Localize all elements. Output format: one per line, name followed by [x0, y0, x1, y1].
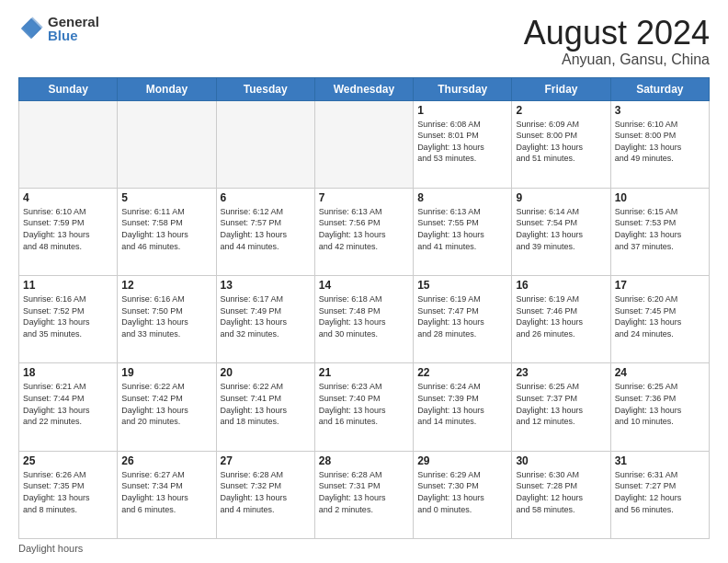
calendar-header-wednesday: Wednesday: [314, 77, 413, 100]
calendar-cell-w4d5: 22Sunrise: 6:24 AM Sunset: 7:39 PM Dayli…: [414, 363, 512, 451]
day-info: Sunrise: 6:28 AM Sunset: 7:32 PM Dayligh…: [221, 469, 311, 515]
day-info: Sunrise: 6:10 AM Sunset: 7:59 PM Dayligh…: [23, 206, 113, 252]
calendar-week-1: 1Sunrise: 6:08 AM Sunset: 8:01 PM Daylig…: [19, 100, 710, 188]
day-number: 9: [516, 191, 606, 204]
day-number: 29: [417, 454, 507, 467]
calendar-cell-w2d6: 9Sunrise: 6:14 AM Sunset: 7:54 PM Daylig…: [512, 188, 610, 275]
calendar-cell-w2d5: 8Sunrise: 6:13 AM Sunset: 7:55 PM Daylig…: [414, 188, 512, 275]
day-info: Sunrise: 6:25 AM Sunset: 7:37 PM Dayligh…: [516, 381, 606, 427]
calendar-header-friday: Friday: [512, 77, 610, 100]
calendar-cell-w3d3: 13Sunrise: 6:17 AM Sunset: 7:49 PM Dayli…: [216, 276, 314, 363]
day-info: Sunrise: 6:22 AM Sunset: 7:42 PM Dayligh…: [121, 381, 211, 427]
day-number: 1: [417, 104, 507, 117]
day-number: 12: [121, 279, 211, 292]
day-info: Sunrise: 6:29 AM Sunset: 7:30 PM Dayligh…: [417, 469, 507, 515]
day-number: 6: [221, 191, 311, 204]
day-info: Sunrise: 6:20 AM Sunset: 7:45 PM Dayligh…: [615, 293, 705, 339]
calendar-cell-w4d1: 18Sunrise: 6:21 AM Sunset: 7:44 PM Dayli…: [19, 363, 118, 451]
day-number: 5: [121, 191, 211, 204]
calendar-cell-w1d4: [314, 100, 413, 188]
day-number: 22: [417, 366, 507, 379]
calendar-cell-w5d7: 31Sunrise: 6:31 AM Sunset: 7:27 PM Dayli…: [610, 451, 709, 538]
day-info: Sunrise: 6:16 AM Sunset: 7:52 PM Dayligh…: [23, 293, 113, 339]
calendar-cell-w1d7: 3Sunrise: 6:10 AM Sunset: 8:00 PM Daylig…: [610, 100, 709, 188]
calendar-header-saturday: Saturday: [610, 77, 709, 100]
day-number: 2: [516, 104, 606, 117]
location-title: Anyuan, Gansu, China: [524, 52, 710, 68]
calendar-cell-w2d3: 6Sunrise: 6:12 AM Sunset: 7:57 PM Daylig…: [216, 188, 314, 275]
calendar-cell-w4d6: 23Sunrise: 6:25 AM Sunset: 7:37 PM Dayli…: [512, 363, 610, 451]
calendar-cell-w3d6: 16Sunrise: 6:19 AM Sunset: 7:46 PM Dayli…: [512, 276, 610, 363]
calendar-week-2: 4Sunrise: 6:10 AM Sunset: 7:59 PM Daylig…: [19, 188, 710, 275]
day-info: Sunrise: 6:18 AM Sunset: 7:48 PM Dayligh…: [319, 293, 409, 339]
calendar-cell-w2d7: 10Sunrise: 6:15 AM Sunset: 7:53 PM Dayli…: [610, 188, 709, 275]
day-info: Sunrise: 6:09 AM Sunset: 8:00 PM Dayligh…: [516, 119, 606, 165]
day-number: 10: [615, 191, 705, 204]
calendar-cell-w1d3: [216, 100, 314, 188]
calendar-cell-w2d4: 7Sunrise: 6:13 AM Sunset: 7:56 PM Daylig…: [314, 188, 413, 275]
day-number: 11: [23, 279, 113, 292]
footer-note: Daylight hours: [18, 543, 710, 554]
calendar-cell-w3d5: 15Sunrise: 6:19 AM Sunset: 7:47 PM Dayli…: [414, 276, 512, 363]
title-block: August 2024 Anyuan, Gansu, China: [524, 15, 710, 68]
day-info: Sunrise: 6:16 AM Sunset: 7:50 PM Dayligh…: [121, 293, 211, 339]
svg-marker-2: [22, 17, 42, 37]
calendar-cell-w1d1: [19, 100, 118, 188]
calendar-week-5: 25Sunrise: 6:26 AM Sunset: 7:35 PM Dayli…: [19, 451, 710, 538]
day-number: 3: [615, 104, 705, 117]
day-info: Sunrise: 6:15 AM Sunset: 7:53 PM Dayligh…: [615, 206, 705, 252]
day-info: Sunrise: 6:31 AM Sunset: 7:27 PM Dayligh…: [615, 469, 705, 515]
calendar-week-4: 18Sunrise: 6:21 AM Sunset: 7:44 PM Dayli…: [19, 363, 710, 451]
calendar-cell-w3d2: 12Sunrise: 6:16 AM Sunset: 7:50 PM Dayli…: [118, 276, 216, 363]
day-number: 18: [23, 366, 113, 379]
day-info: Sunrise: 6:13 AM Sunset: 7:55 PM Dayligh…: [417, 206, 507, 252]
calendar-week-3: 11Sunrise: 6:16 AM Sunset: 7:52 PM Dayli…: [19, 276, 710, 363]
day-info: Sunrise: 6:13 AM Sunset: 7:56 PM Dayligh…: [319, 206, 409, 252]
day-info: Sunrise: 6:19 AM Sunset: 7:47 PM Dayligh…: [417, 293, 507, 339]
calendar-cell-w2d1: 4Sunrise: 6:10 AM Sunset: 7:59 PM Daylig…: [19, 188, 118, 275]
calendar-cell-w4d3: 20Sunrise: 6:22 AM Sunset: 7:41 PM Dayli…: [216, 363, 314, 451]
day-info: Sunrise: 6:28 AM Sunset: 7:31 PM Dayligh…: [319, 469, 409, 515]
day-number: 20: [221, 366, 311, 379]
logo-icon: [18, 16, 44, 41]
calendar-cell-w5d1: 25Sunrise: 6:26 AM Sunset: 7:35 PM Dayli…: [19, 451, 118, 538]
calendar-cell-w4d2: 19Sunrise: 6:22 AM Sunset: 7:42 PM Dayli…: [118, 363, 216, 451]
calendar-cell-w5d6: 30Sunrise: 6:30 AM Sunset: 7:28 PM Dayli…: [512, 451, 610, 538]
day-number: 7: [319, 191, 409, 204]
day-number: 28: [319, 454, 409, 467]
day-info: Sunrise: 6:08 AM Sunset: 8:01 PM Dayligh…: [417, 119, 507, 165]
day-info: Sunrise: 6:22 AM Sunset: 7:41 PM Dayligh…: [221, 381, 311, 427]
calendar-cell-w5d2: 26Sunrise: 6:27 AM Sunset: 7:34 PM Dayli…: [118, 451, 216, 538]
day-number: 26: [121, 454, 211, 467]
day-number: 19: [121, 366, 211, 379]
day-info: Sunrise: 6:26 AM Sunset: 7:35 PM Dayligh…: [23, 469, 113, 515]
day-number: 14: [319, 279, 409, 292]
day-number: 8: [417, 191, 507, 204]
calendar-header-thursday: Thursday: [414, 77, 512, 100]
day-info: Sunrise: 6:30 AM Sunset: 7:28 PM Dayligh…: [516, 469, 606, 515]
day-info: Sunrise: 6:19 AM Sunset: 7:46 PM Dayligh…: [516, 293, 606, 339]
calendar-cell-w4d7: 24Sunrise: 6:25 AM Sunset: 7:36 PM Dayli…: [610, 363, 709, 451]
calendar-cell-w3d1: 11Sunrise: 6:16 AM Sunset: 7:52 PM Dayli…: [19, 276, 118, 363]
day-info: Sunrise: 6:27 AM Sunset: 7:34 PM Dayligh…: [121, 469, 211, 515]
logo-text: General Blue: [48, 15, 99, 42]
day-info: Sunrise: 6:11 AM Sunset: 7:58 PM Dayligh…: [121, 206, 211, 252]
calendar-header-monday: Monday: [118, 77, 216, 100]
day-number: 27: [221, 454, 311, 467]
day-info: Sunrise: 6:14 AM Sunset: 7:54 PM Dayligh…: [516, 206, 606, 252]
day-number: 30: [516, 454, 606, 467]
day-number: 4: [23, 191, 113, 204]
calendar-table: SundayMondayTuesdayWednesdayThursdayFrid…: [18, 77, 710, 539]
day-info: Sunrise: 6:23 AM Sunset: 7:40 PM Dayligh…: [319, 381, 409, 427]
day-info: Sunrise: 6:10 AM Sunset: 8:00 PM Dayligh…: [615, 119, 705, 165]
day-info: Sunrise: 6:21 AM Sunset: 7:44 PM Dayligh…: [23, 381, 113, 427]
day-number: 17: [615, 279, 705, 292]
day-number: 15: [417, 279, 507, 292]
calendar-cell-w3d7: 17Sunrise: 6:20 AM Sunset: 7:45 PM Dayli…: [610, 276, 709, 363]
calendar-cell-w1d5: 1Sunrise: 6:08 AM Sunset: 8:01 PM Daylig…: [414, 100, 512, 188]
calendar-header-sunday: Sunday: [19, 77, 118, 100]
day-info: Sunrise: 6:25 AM Sunset: 7:36 PM Dayligh…: [615, 381, 705, 427]
header: General Blue August 2024 Anyuan, Gansu, …: [18, 15, 710, 68]
day-number: 21: [319, 366, 409, 379]
day-info: Sunrise: 6:12 AM Sunset: 7:57 PM Dayligh…: [221, 206, 311, 252]
